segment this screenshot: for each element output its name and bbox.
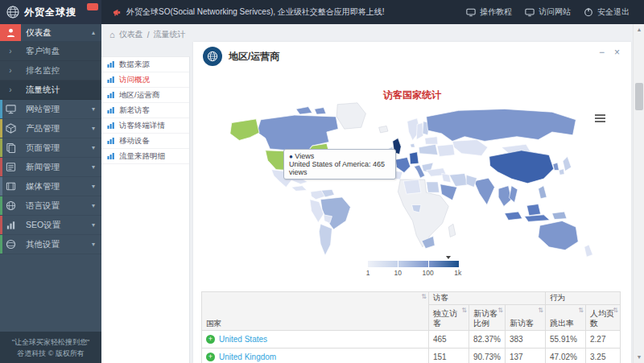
- sidebar-item-语言设置[interactable]: 语言设置▾: [0, 196, 101, 216]
- country-shape-germany: [410, 152, 419, 164]
- chart-icon: [0, 220, 21, 230]
- sidebar-item-新闻管理[interactable]: 新闻管理▾: [0, 158, 101, 177]
- country-link[interactable]: United States: [219, 335, 267, 344]
- column-header-独立访客[interactable]: ⇅独立访客: [429, 305, 469, 331]
- sidebar-item-媒体管理[interactable]: 媒体管理▾: [0, 177, 101, 196]
- announcement-bar: 外贸全球SO(Social Networking Serivces), 企业级社…: [113, 6, 466, 18]
- column-header-人均页数[interactable]: ⇅人均页数: [586, 305, 621, 331]
- logo[interactable]: 外贸全球搜: [0, 0, 101, 24]
- sort-icon[interactable]: ⇅: [538, 306, 543, 316]
- chevron-up-icon: ▴: [92, 29, 95, 36]
- country-shape-borneo: [526, 204, 540, 216]
- sidebar-copyright: 谷道科技 © 版权所有: [0, 348, 101, 359]
- country-shape-japan: [559, 169, 564, 175]
- stat-value: 383: [506, 331, 546, 349]
- map-legend: 1101001k: [368, 261, 459, 278]
- country-shape-brazil: [320, 197, 350, 229]
- user-icon: [0, 24, 21, 41]
- expand-plus-icon[interactable]: +: [206, 335, 215, 344]
- minimize-button[interactable]: −: [599, 47, 605, 58]
- globe-logo-icon: [6, 6, 19, 19]
- sidebar-item-客户询盘[interactable]: ›客户询盘: [0, 42, 101, 61]
- submenu-item-访问概况[interactable]: 访问概况: [101, 72, 189, 88]
- column-header-新访客比例[interactable]: ⇅新访客比例: [469, 305, 506, 331]
- breadcrumb: ⌂ 仪表盘 / 流量统计: [109, 29, 185, 40]
- stat-value: 47.02%: [546, 349, 586, 363]
- country-shape-iraq: [442, 173, 451, 182]
- top-action-访问网站[interactable]: 访问网站: [525, 6, 571, 18]
- category-color-strip: [0, 100, 2, 118]
- chevron-down-icon: ▾: [92, 125, 95, 132]
- sort-icon[interactable]: ⇅: [461, 306, 467, 316]
- sidebar-item-排名监控[interactable]: ›排名监控: [0, 61, 101, 80]
- country-shape-denmark: [411, 143, 415, 147]
- sidebar-footer: "让全球买家轻松搜到您" 谷道科技 © 版权所有: [0, 332, 101, 363]
- sidebar-item-页面管理[interactable]: 页面管理▾: [0, 138, 101, 158]
- column-header-新访客[interactable]: ⇅新访客: [506, 305, 546, 331]
- sort-icon[interactable]: ⇅: [613, 306, 618, 316]
- category-color-strip: [0, 119, 2, 138]
- submenu-item-流量来路明细[interactable]: 流量来路明细: [101, 149, 189, 164]
- page-scrollbar[interactable]: ▲ ▼: [633, 24, 644, 363]
- category-color-strip: [0, 138, 2, 157]
- submenu-item-地区/运营商[interactable]: 地区/运营商: [101, 88, 189, 103]
- column-header-跳出率[interactable]: ⇅跳出率: [546, 305, 586, 331]
- top-action-操作教程[interactable]: 操作教程: [466, 6, 512, 18]
- country-link[interactable]: United Kingdom: [219, 353, 276, 361]
- top-action-安全退出[interactable]: 安全退出: [584, 6, 630, 18]
- column-header-country[interactable]: ⇅国家: [202, 292, 429, 331]
- breadcrumb-separator: /: [147, 31, 150, 39]
- group-header-visitors: 访客: [429, 292, 546, 305]
- stat-value: 2.27: [586, 331, 621, 349]
- breadcrumb-dashboard[interactable]: 仪表盘: [119, 29, 143, 40]
- category-color-strip: [0, 216, 2, 234]
- category-color-strip: [0, 196, 2, 215]
- submenu-item-数据来源[interactable]: 数据来源: [101, 57, 189, 72]
- country-shape-kazakhstan: [452, 140, 488, 156]
- legend-gradient-bar: [368, 261, 459, 267]
- chevron-down-icon: ▾: [92, 105, 95, 113]
- country-shape-alaska: [230, 119, 259, 141]
- topbar: 外贸全球搜 外贸全球SO(Social Networking Serivces)…: [0, 0, 644, 24]
- sidebar-item-仪表盘[interactable]: 仪表盘▴: [0, 24, 101, 42]
- tooltip-series: Views: [295, 152, 314, 160]
- submenu-item-移动设备[interactable]: 移动设备: [101, 134, 189, 149]
- scroll-up-icon[interactable]: ▲: [634, 24, 644, 35]
- submenu-item-访客终端详情[interactable]: 访客终端详情: [101, 118, 189, 134]
- sidebar-item-网站管理[interactable]: 网站管理▾: [0, 100, 101, 119]
- country-shape-central-europe: [419, 144, 438, 155]
- close-button[interactable]: ×: [614, 47, 620, 58]
- country-shape-madagascar: [448, 224, 456, 237]
- world-map[interactable]: [217, 100, 608, 261]
- sort-icon[interactable]: ⇅: [497, 306, 503, 316]
- country-shape-arctic-islands: [296, 107, 312, 115]
- scrollbar-thumb[interactable]: [635, 83, 643, 110]
- country-shape-russia: [427, 109, 576, 141]
- news-icon: [0, 162, 21, 172]
- sidebar-item-流量统计[interactable]: ›流量统计: [0, 80, 101, 100]
- chevron-right-icon: ›: [0, 85, 21, 94]
- sphere-icon: [0, 239, 21, 250]
- media-icon: [0, 181, 21, 192]
- legend-tick-label: 1: [366, 269, 370, 277]
- stat-value: 465: [429, 331, 469, 349]
- sidebar-item-SEO设置[interactable]: SEO设置▾: [0, 216, 101, 235]
- series-dot-icon: ●: [289, 153, 293, 160]
- expand-plus-icon[interactable]: +: [206, 353, 215, 361]
- mini-chart-icon: [107, 76, 115, 84]
- group-header-behavior: 行为: [546, 292, 621, 305]
- category-color-strip: [0, 177, 2, 196]
- sidebar: 仪表盘▴›客户询盘›排名监控›流量统计网站管理▾产品管理▾页面管理▾新闻管理▾媒…: [0, 24, 101, 363]
- sidebar-item-产品管理[interactable]: 产品管理▾: [0, 119, 101, 138]
- sidebar-item-其他设置[interactable]: 其他设置▾: [0, 235, 101, 254]
- sort-icon[interactable]: ⇅: [578, 306, 584, 316]
- chevron-down-icon: ▾: [92, 241, 95, 248]
- submenu-item-新老访客[interactable]: 新老访客: [101, 103, 189, 118]
- chevron-down-icon: ▾: [92, 144, 95, 151]
- country-shape-new-zealand: [584, 245, 592, 257]
- chevron-down-icon: ▾: [92, 202, 95, 209]
- sort-icon[interactable]: ⇅: [421, 293, 427, 300]
- country-shape-baltics: [425, 137, 438, 145]
- scroll-down-icon[interactable]: ▼: [634, 352, 644, 363]
- legend-value-pointer-icon: [446, 256, 451, 259]
